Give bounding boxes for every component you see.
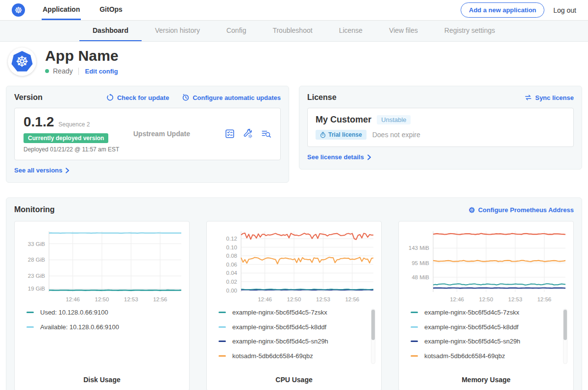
- edit-config-link[interactable]: Edit config: [85, 68, 118, 75]
- legend-scrollbar[interactable]: [371, 309, 375, 364]
- legend-scrollbar[interactable]: [563, 309, 567, 364]
- tab-config[interactable]: Config: [213, 21, 259, 41]
- svg-text:0.02: 0.02: [226, 279, 237, 285]
- navbar-right: Add a new application Log out: [461, 0, 576, 20]
- app-header: ☸ App Name Ready Edit config: [0, 42, 588, 81]
- see-all-versions-link[interactable]: See all versions: [14, 167, 70, 174]
- svg-text:12:56: 12:56: [153, 296, 167, 302]
- primary-nav: Application GitOps: [42, 0, 141, 20]
- svg-text:0.08: 0.08: [226, 253, 237, 259]
- chart-title: CPU Usage: [211, 376, 377, 384]
- tab-registry-settings[interactable]: Registry settings: [431, 21, 508, 41]
- chart-title: Memory Usage: [403, 376, 569, 384]
- legend-item: example-nginx-5bc6f5d4c5-k8ddf: [411, 323, 569, 331]
- cpu-usage-legend: example-nginx-5bc6f5d4c5-7zskxexample-ng…: [219, 309, 377, 376]
- legend-swatch: [219, 355, 226, 357]
- top-navbar: ☸ Application GitOps Add a new applicati…: [0, 0, 588, 21]
- legend-swatch: [219, 341, 226, 342]
- status-text: Ready: [53, 67, 73, 75]
- customer-name: My Customer: [316, 115, 371, 125]
- gear-icon: ⚙: [468, 206, 475, 214]
- add-application-button[interactable]: Add a new application: [461, 2, 544, 18]
- svg-text:12:56: 12:56: [537, 296, 551, 302]
- chart-title: Disk Usage: [19, 376, 185, 384]
- legend-label: example-nginx-5bc6f5d4c5-k8ddf: [424, 323, 518, 331]
- tab-view-files[interactable]: View files: [376, 21, 431, 41]
- legend-item: example-nginx-5bc6f5d4c5-sn29h: [219, 338, 377, 345]
- legend-item: kotsadm-5db6dc6584-69qbz: [411, 352, 569, 360]
- svg-text:0.12: 0.12: [226, 236, 237, 242]
- tab-version-history[interactable]: Version history: [142, 21, 213, 41]
- version-panel-title: Version: [14, 93, 43, 102]
- legend-swatch: [411, 326, 418, 328]
- cards-row: Version Check for update Configure autom…: [0, 86, 588, 183]
- license-expiry: Does not expire: [372, 131, 420, 139]
- legend-swatch: [411, 355, 418, 357]
- version-sequence: Sequence 2: [58, 121, 90, 128]
- legend-swatch: [26, 312, 34, 313]
- config-wrench-icon[interactable]: [243, 128, 253, 139]
- tab-troubleshoot[interactable]: Troubleshoot: [259, 21, 325, 41]
- status-ready-dot: [45, 69, 49, 73]
- svg-text:33 GiB: 33 GiB: [28, 241, 45, 247]
- svg-text:12:53: 12:53: [508, 296, 522, 302]
- app-subnav: Dashboard Version history Config Trouble…: [0, 21, 588, 42]
- deploy-logs-icon[interactable]: [261, 128, 271, 139]
- license-panel-title: License: [307, 93, 337, 102]
- chevron-right-icon: [65, 168, 70, 173]
- legend-label: example-nginx-5bc6f5d4c5-7zskx: [424, 309, 519, 316]
- cpu-usage-plot[interactable]: 0.120.100.080.060.040.020.0012:4612:5012…: [211, 225, 377, 308]
- svg-text:0.04: 0.04: [226, 270, 238, 276]
- legend-swatch: [219, 312, 226, 313]
- app-icon: ☸: [8, 48, 36, 76]
- legend-label: example-nginx-5bc6f5d4c5-k8ddf: [232, 323, 326, 331]
- monitoring-title: Monitoring: [14, 205, 55, 214]
- svg-text:12:50: 12:50: [479, 296, 493, 302]
- svg-text:12:46: 12:46: [258, 296, 272, 302]
- legend-item: Available: 10.128.0.66:9100: [26, 323, 185, 331]
- refresh-icon: [106, 94, 114, 101]
- sync-license-link[interactable]: Sync license: [524, 94, 574, 101]
- legend-item: example-nginx-5bc6f5d4c5-k8ddf: [219, 323, 377, 331]
- check-for-update-link[interactable]: Check for update: [106, 94, 169, 101]
- legend-scrollbar-thumb[interactable]: [564, 310, 567, 340]
- legend-label: Available: 10.128.0.66:9100: [40, 323, 119, 331]
- legend-scrollbar-thumb[interactable]: [371, 310, 375, 340]
- svg-text:0.00: 0.00: [226, 288, 237, 293]
- version-source: Upstream Update: [133, 130, 190, 138]
- tab-dashboard[interactable]: Dashboard: [79, 21, 142, 41]
- logout-button[interactable]: Log out: [553, 6, 576, 14]
- svg-text:19 GiB: 19 GiB: [28, 286, 45, 292]
- configure-prometheus-link[interactable]: ⚙ Configure Prometheus Address: [468, 206, 574, 214]
- kubernetes-app-icon: ☸: [11, 51, 33, 73]
- deployed-timestamp: Deployed 01/21/22 @ 11:57 am EST: [24, 146, 130, 153]
- svg-text:12:50: 12:50: [95, 296, 109, 302]
- legend-swatch: [411, 341, 418, 342]
- svg-text:143 MiB: 143 MiB: [409, 245, 430, 251]
- page-title: App Name: [45, 48, 119, 64]
- disk-usage-plot[interactable]: 33 GiB28 GiB23 GiB19 GiB12:4612:5012:531…: [19, 225, 185, 308]
- legend-swatch: [219, 326, 226, 328]
- legend-item: Used: 10.128.0.66:9100: [26, 309, 185, 316]
- memory-usage-plot[interactable]: 143 MiB95 MiB48 MiB12:4612:5012:5312:56: [403, 225, 569, 308]
- nav-tab-gitops[interactable]: GitOps: [98, 0, 123, 20]
- nav-tab-application[interactable]: Application: [42, 0, 81, 20]
- legend-swatch: [26, 326, 34, 328]
- legend-label: kotsadm-5db6dc6584-69qbz: [232, 352, 313, 360]
- configure-automatic-updates-link[interactable]: Configure automatic updates: [182, 94, 281, 101]
- preflight-checks-icon[interactable]: [224, 128, 235, 139]
- license-details-card: My Customer Unstable Trial license Does …: [307, 108, 574, 147]
- version-panel: Version Check for update Configure autom…: [6, 86, 289, 183]
- charts-row: 33 GiB28 GiB23 GiB19 GiB12:4612:5012:531…: [14, 221, 574, 390]
- svg-text:12:53: 12:53: [124, 296, 138, 302]
- sync-icon: [524, 94, 532, 101]
- svg-text:0.10: 0.10: [226, 244, 237, 250]
- svg-text:12:50: 12:50: [287, 296, 301, 302]
- svg-text:12:56: 12:56: [345, 296, 359, 302]
- channel-badge: Unstable: [377, 115, 411, 124]
- svg-text:12:46: 12:46: [66, 296, 80, 302]
- see-license-details-link[interactable]: See license details: [307, 153, 371, 161]
- legend-label: kotsadm-5db6dc6584-69qbz: [424, 352, 505, 360]
- tab-license[interactable]: License: [326, 21, 376, 41]
- divider: [78, 68, 79, 75]
